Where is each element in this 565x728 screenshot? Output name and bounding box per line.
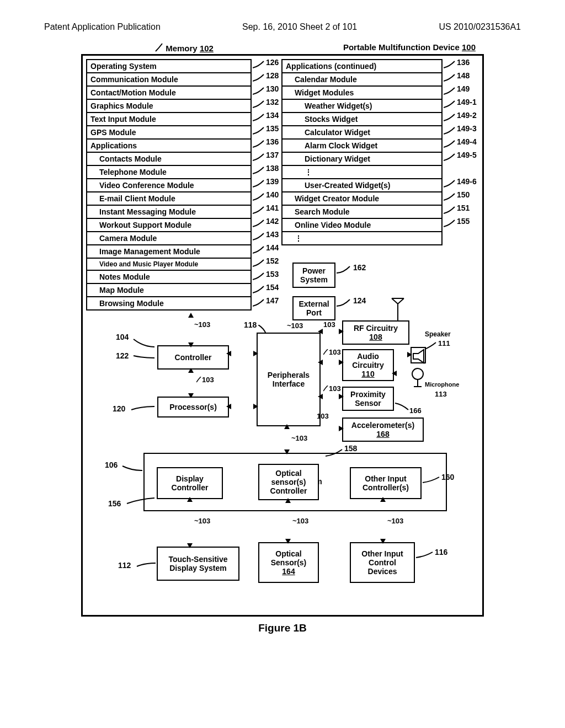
app-row: Search Module [282, 206, 441, 219]
controller-box: Controller [157, 345, 229, 370]
periph-ref: 118 [244, 320, 257, 329]
speaker-label: Speaker [425, 330, 451, 338]
mem-row: Image Management Module [87, 245, 250, 259]
memory-block-right: Applications (continued)Calendar ModuleW… [281, 59, 443, 245]
ref-num: 154 [266, 283, 279, 292]
mem-row: Video and Music Player Module [87, 259, 250, 271]
power-ref: 162 [353, 263, 366, 272]
ref-num: 149-2 [457, 111, 477, 120]
prox-ref: 166 [409, 406, 422, 415]
controller-ref-122: 122 [116, 351, 129, 360]
touch-display-box: Touch-SensitiveDisplay System [157, 547, 239, 581]
ref-num: 149-1 [457, 98, 477, 106]
figure-frame: Memory 102 Portable Multifunction Device… [81, 54, 484, 617]
mem-row: Workout Support Module [87, 219, 250, 232]
optical-controller-box: Opticalsensor(s)Controller [258, 464, 319, 500]
ref-num: 137 [266, 151, 279, 159]
ref-num: 144 [266, 243, 279, 252]
app-row: Alarm Clock Widget [282, 140, 441, 153]
mem-row: Contacts Module [87, 153, 250, 166]
touch-ref: 112 [118, 561, 131, 570]
ref-num: 135 [266, 124, 279, 133]
rf-box: RF Circuitry108 [342, 320, 409, 345]
power-system-box: PowerSystem [292, 263, 335, 288]
app-row: Widget Modules [282, 87, 441, 100]
app-row: Calculator Widget [282, 126, 441, 140]
sheet-info: Sep. 16, 2010 Sheet 2 of 101 [242, 22, 357, 32]
peripherals-box: PeripheralsInterface [257, 333, 321, 426]
memory-block-left: Operating SystemCommunication ModuleCont… [86, 59, 252, 311]
figure-title: Figure 1B [44, 622, 521, 634]
controller-ref-104: 104 [116, 333, 129, 341]
mem-row: Communication Module [87, 73, 250, 87]
ref-num: 128 [266, 71, 279, 80]
app-row: Stocks Widget [282, 113, 441, 126]
ref-num: 141 [266, 204, 279, 212]
device-label: Portable Multifunction Device 100 [343, 42, 476, 52]
proximity-box: ProximitySensor [342, 387, 394, 411]
app-row: User-Created Widget(s) [282, 179, 441, 192]
ref-num: 149-6 [457, 177, 477, 186]
speaker-ref: 111 [438, 339, 450, 347]
otherdev-ref: 116 [435, 548, 447, 556]
mem-row: Graphics Module [87, 100, 250, 113]
ref-num: 138 [266, 164, 279, 173]
mem-row: Applications [87, 140, 250, 153]
mem-row: Contact/Motion Module [87, 87, 250, 100]
disp-controller-box: DisplayController [157, 467, 223, 499]
ref-num: 152 [266, 256, 279, 265]
app-row: ⋮ [282, 232, 441, 244]
app-row: Dictionary Widget [282, 153, 441, 166]
ref-num: 126 [266, 58, 279, 67]
other-input-devices-box: Other InputControlDevices [350, 542, 415, 583]
microphone-icon [412, 368, 424, 380]
mem-row: Browsing Module [87, 297, 250, 309]
ref-num: 139 [266, 177, 279, 186]
mic-label: Microphone [425, 381, 459, 388]
proc-ref: 120 [113, 404, 125, 413]
mem-row: Telephone Module [87, 166, 250, 179]
ref-num: 153 [266, 270, 279, 279]
ref-num: 148 [457, 71, 470, 80]
mem-row: Operating System [87, 60, 250, 73]
ref-num: 149-4 [457, 137, 477, 146]
ref-num: 140 [266, 190, 279, 199]
ref-num: 149-5 [457, 151, 477, 159]
speaker-icon [411, 347, 426, 363]
ref-num: 130 [266, 84, 279, 93]
mem-row: Instant Messaging Module [87, 206, 250, 219]
ref-num: 142 [266, 217, 279, 226]
ref-num: 149 [457, 84, 470, 93]
dispctl-ref: 156 [108, 499, 121, 508]
app-row: ⋮ [282, 166, 441, 179]
app-row: Weather Widget(s) [282, 100, 441, 113]
mem-row: E-mail Client Module [87, 192, 250, 206]
mem-row: Text Input Module [87, 113, 250, 126]
app-row: Calendar Module [282, 73, 441, 87]
page-header: Patent Application Publication Sep. 16, … [44, 22, 521, 32]
ref-num: 147 [266, 296, 279, 305]
optical-sensors-box: OpticalSensor(s)164 [258, 542, 319, 583]
otherctl-ref: 160 [441, 473, 454, 481]
ref-num: 136 [457, 58, 470, 67]
ref-num: 150 [457, 190, 470, 199]
mem-row: GPS Module [87, 126, 250, 140]
app-row: Applications (continued) [282, 60, 441, 73]
mem-row: Notes Module [87, 271, 250, 284]
external-port-box: ExternalPort [292, 296, 335, 320]
ref-num: 136 [266, 137, 279, 146]
ref-num: 134 [266, 111, 279, 120]
memory-label: Memory 102 [154, 42, 214, 53]
ref-num: 132 [266, 98, 279, 106]
mem-row: Map Module [87, 284, 250, 297]
ref-num: 155 [457, 217, 470, 226]
app-row: Online Video Module [282, 219, 441, 232]
pub-number: US 2010/0231536A1 [439, 22, 521, 32]
other-input-ctl-box: Other InputController(s) [350, 467, 422, 499]
mic-ref: 113 [435, 390, 447, 398]
ref-num: 149-3 [457, 124, 477, 133]
audio-box: AudioCircuitry110 [342, 349, 394, 381]
app-row: Widget Creator Module [282, 192, 441, 206]
ref-num: 143 [266, 230, 279, 239]
mem-row: Video Conference Module [87, 179, 250, 192]
